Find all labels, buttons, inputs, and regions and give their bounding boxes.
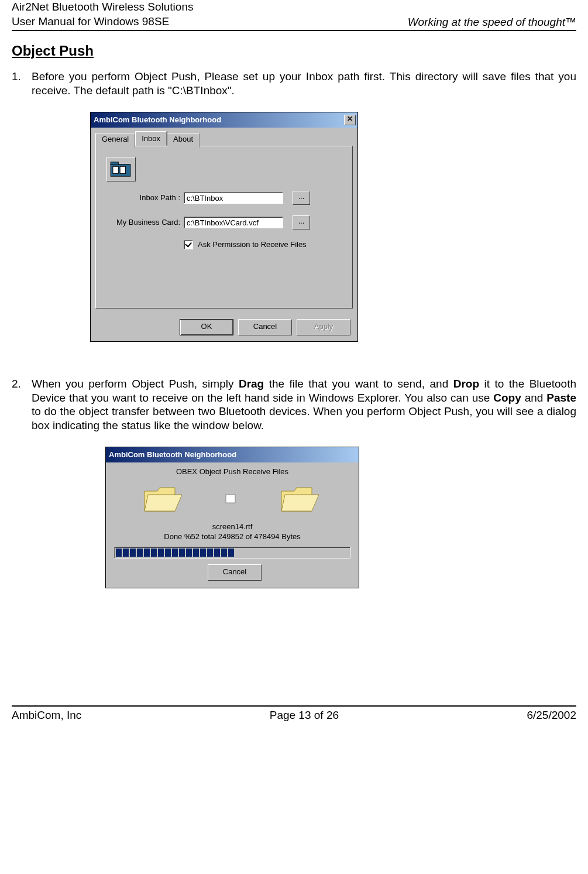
tab-panel-inbox: Inbox Path : c:\BTInbox ... My Business … (95, 146, 353, 309)
browse-card-button[interactable]: ... (293, 215, 310, 229)
dialog-title: AmbiCom Bluetooth Neighborhood (92, 115, 221, 124)
footer-company: AmbiCom, Inc (12, 709, 81, 722)
svg-marker-8 (281, 495, 319, 511)
inbox-path-input[interactable]: c:\BTInbox (184, 192, 283, 204)
transfer-filename: screen14.rtf (114, 522, 350, 532)
tab-about[interactable]: About (167, 133, 200, 148)
paragraph-2: 2. When you perform Object Push, simply … (12, 377, 576, 433)
progress-bar (114, 547, 350, 558)
svg-rect-2 (113, 166, 118, 173)
inbox-folder-icon (106, 157, 136, 181)
titlebar[interactable]: AmbiCom Bluetooth Neighborhood (106, 447, 359, 462)
tab-inbox[interactable]: Inbox (135, 131, 167, 146)
apply-button[interactable]: Apply (297, 319, 350, 335)
list-number: 1. (12, 70, 32, 98)
flying-paper-icon (225, 493, 240, 505)
titlebar[interactable]: AmbiCom Bluetooth Neighborhood ✕ (91, 112, 357, 128)
svg-rect-6 (226, 495, 235, 503)
transfer-animation (114, 483, 350, 522)
transfer-dialog: AmbiCom Bluetooth Neighborhood OBEX Obje… (105, 447, 359, 588)
header-tagline: Working at the speed of thought™ (408, 16, 576, 29)
page-footer: AmbiCom, Inc Page 13 of 26 6/25/2002 (12, 705, 576, 722)
paragraph-2-text: When you perform Object Push, simply Dra… (32, 377, 576, 433)
ask-permission-label: Ask Permission to Receive Files (198, 240, 307, 249)
page-header: Air2Net Bluetooth Wireless Solutions Use… (12, 0, 576, 31)
transfer-status: screen14.rtf Done %52 total 249852 of 47… (114, 522, 350, 542)
svg-rect-3 (120, 166, 125, 173)
tab-strip: General Inbox About (95, 131, 353, 146)
folder-open-icon (280, 483, 321, 516)
folder-open-icon (143, 483, 184, 516)
cancel-transfer-button[interactable]: Cancel (208, 564, 262, 581)
footer-page: Page 13 of 26 (270, 709, 339, 722)
svg-marker-5 (145, 495, 182, 511)
transfer-subtitle: OBEX Object Push Receive Files (114, 467, 350, 476)
properties-dialog: AmbiCom Bluetooth Neighborhood ✕ General… (90, 112, 358, 342)
footer-date: 6/25/2002 (527, 709, 576, 722)
paragraph-1-text: Before you perform Object Push, Please s… (32, 70, 576, 98)
close-icon[interactable]: ✕ (344, 115, 356, 125)
section-title: Object Push (12, 43, 576, 59)
cancel-button[interactable]: Cancel (238, 319, 292, 335)
inbox-path-label: Inbox Path : (103, 193, 184, 202)
business-card-input[interactable]: c:\BTInbox\VCard.vcf (184, 217, 283, 228)
transfer-progress-text: Done %52 total 249852 of 478494 Bytes (114, 532, 350, 542)
header-left: Air2Net Bluetooth Wireless Solutions Use… (12, 0, 193, 29)
browse-inbox-button[interactable]: ... (293, 191, 310, 205)
paragraph-1: 1. Before you perform Object Push, Pleas… (12, 70, 576, 98)
tab-general[interactable]: General (95, 133, 135, 148)
dialog-button-row: OK Cancel Apply (91, 313, 357, 341)
business-card-label: My Business Card: (103, 218, 184, 227)
ask-permission-checkbox[interactable] (184, 240, 193, 249)
ok-button[interactable]: OK (180, 319, 233, 335)
dialog-title: AmbiCom Bluetooth Neighborhood (108, 450, 236, 459)
header-line1: Air2Net Bluetooth Wireless Solutions (12, 0, 193, 15)
list-number: 2. (12, 377, 32, 433)
svg-rect-1 (111, 162, 118, 165)
header-line2: User Manual for Windows 98SE (12, 15, 193, 29)
